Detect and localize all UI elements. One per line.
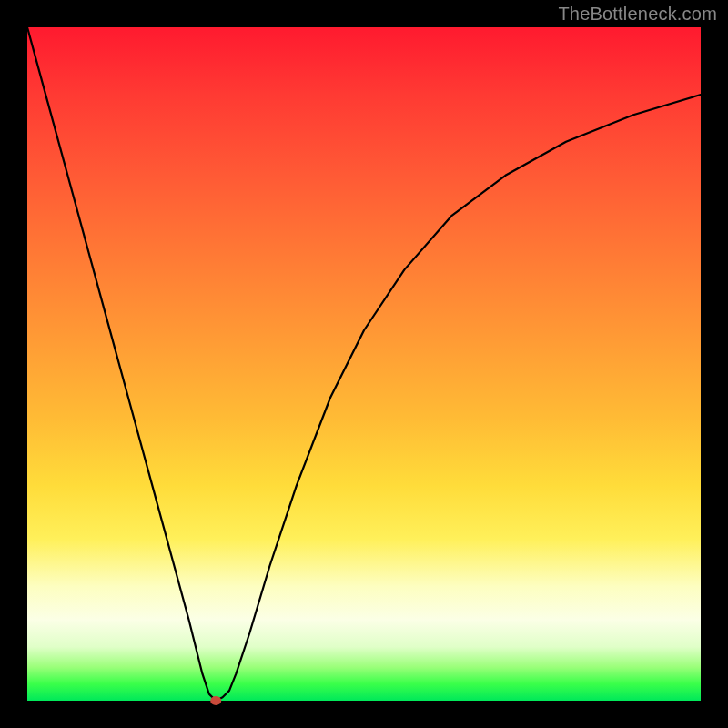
figure-root: TheBottleneck.com (0, 0, 728, 728)
minimum-marker (210, 696, 221, 705)
plot-svg (27, 27, 701, 701)
series-line (27, 27, 701, 701)
watermark-text: TheBottleneck.com (558, 4, 717, 25)
plot-frame (27, 27, 701, 701)
